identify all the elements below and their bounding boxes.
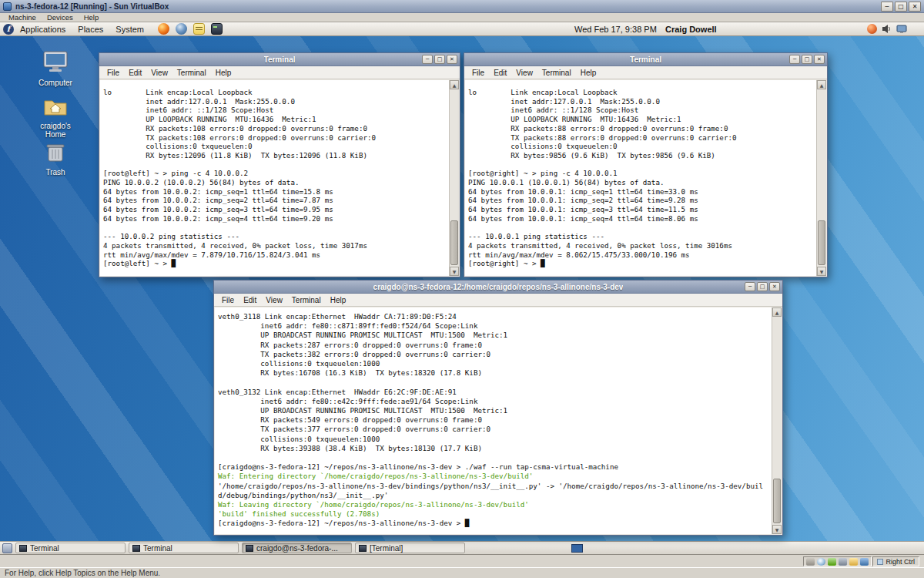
- minimize-button[interactable]: ─: [422, 55, 433, 64]
- terminal-window-left[interactable]: Terminal ─ □ ✕ FileEditViewTerminalHelp …: [99, 52, 460, 277]
- panel-clock[interactable]: Wed Feb 17, 9:38 PM: [574, 25, 657, 34]
- scroll-down-icon[interactable]: ▼: [817, 267, 826, 276]
- terminal-line: inet6 addr: ::1/128 Scope:Host: [103, 106, 449, 115]
- menu-item-view[interactable]: View: [146, 69, 172, 77]
- menu-item-edit[interactable]: Edit: [489, 69, 511, 77]
- menu-item-help[interactable]: Help: [79, 13, 105, 22]
- terminal-line: PING 10.0.0.1 (10.0.0.1) 56(84) bytes of…: [468, 178, 816, 187]
- menu-item-system[interactable]: System: [109, 25, 150, 34]
- scrollbar-thumb[interactable]: [818, 220, 825, 265]
- vbox-minimize-button[interactable]: ─: [881, 2, 893, 12]
- menu-item-help[interactable]: Help: [576, 69, 601, 77]
- close-button[interactable]: ✕: [814, 55, 825, 64]
- panel-tray: [867, 24, 907, 34]
- scroll-down-icon[interactable]: ▼: [450, 267, 459, 276]
- close-button[interactable]: ✕: [447, 55, 457, 64]
- close-button[interactable]: ✕: [769, 282, 780, 291]
- menu-item-file[interactable]: File: [102, 69, 124, 77]
- terminal-line: [craigdo@ns-3-fedora-12] ~/repos/ns-3-al…: [218, 462, 772, 472]
- terminal-icon: [19, 545, 27, 552]
- menu-item-applications[interactable]: Applications: [14, 25, 72, 34]
- scrollbar-thumb[interactable]: [450, 220, 458, 265]
- menu-item-edit[interactable]: Edit: [239, 296, 261, 304]
- terminal-window-bottom[interactable]: craigdo@ns-3-fedora-12:/home/craigdo/rep…: [213, 280, 783, 536]
- workspace-switcher[interactable]: [571, 544, 583, 553]
- terminal-title: craigdo@ns-3-fedora-12:/home/craigdo/rep…: [373, 283, 624, 291]
- taskbar-button-label: [Terminal]: [370, 544, 403, 553]
- panel-user-name[interactable]: Craig Dowell: [665, 25, 717, 34]
- menu-item-view[interactable]: View: [511, 69, 537, 77]
- show-desktop-icon[interactable]: [2, 543, 12, 553]
- status-usb-icon[interactable]: [839, 558, 847, 566]
- menu-item-places[interactable]: Places: [72, 25, 109, 34]
- minimize-button[interactable]: ─: [745, 282, 755, 291]
- terminal-launcher-icon[interactable]: [211, 23, 223, 35]
- firefox-icon[interactable]: [158, 23, 169, 35]
- terminal-scrollbar[interactable]: ▲ ▼: [449, 80, 459, 276]
- status-display-icon[interactable]: [860, 558, 869, 566]
- taskbar-button-label: Terminal: [30, 544, 59, 553]
- status-network-icon[interactable]: [828, 558, 836, 566]
- maximize-button[interactable]: □: [757, 282, 768, 291]
- maximize-button[interactable]: □: [802, 55, 812, 64]
- scroll-up-icon[interactable]: ▲: [772, 307, 782, 317]
- menu-item-view[interactable]: View: [261, 296, 287, 304]
- terminal-line: veth0_3132 Link encap:Ethernet HWaddr E6…: [218, 388, 772, 397]
- taskbar-button[interactable]: [Terminal]: [355, 543, 465, 553]
- terminal-line: [218, 378, 772, 387]
- desktop-icon-home[interactable]: craigdo's Home: [31, 96, 80, 139]
- terminal-screen[interactable]: veth0_3118 Link encap:Ethernet HWaddr CA…: [215, 307, 772, 534]
- vbox-maximize-button[interactable]: □: [895, 2, 907, 12]
- terminal-screen[interactable]: lo Link encap:Local Loopback inet addr:1…: [100, 80, 449, 276]
- scroll-up-icon[interactable]: ▲: [817, 80, 826, 89]
- menu-item-devices[interactable]: Devices: [42, 13, 79, 22]
- terminal-scrollbar[interactable]: ▲ ▼: [772, 307, 782, 534]
- menu-item-terminal[interactable]: Terminal: [537, 69, 576, 77]
- scroll-up-icon[interactable]: ▲: [450, 80, 459, 89]
- vbox-close-button[interactable]: ✕: [909, 2, 921, 12]
- fedora-menu-icon[interactable]: f: [3, 24, 14, 35]
- terminal-line: d/debug/bindings/python/ns3/__init__.py': [218, 491, 772, 500]
- menu-item-edit[interactable]: Edit: [124, 69, 146, 77]
- minimize-button[interactable]: ─: [789, 55, 800, 64]
- menu-item-machine[interactable]: Machine: [3, 13, 42, 22]
- terminal-screen[interactable]: lo Link encap:Local Loopback inet addr:1…: [465, 80, 816, 276]
- update-notifier-icon[interactable]: [867, 24, 877, 34]
- terminal-scrollbar[interactable]: ▲ ▼: [816, 80, 826, 276]
- desktop-icon-computer[interactable]: Computer: [31, 51, 80, 87]
- terminal-titlebar[interactable]: Terminal ─ □ ✕: [464, 53, 827, 66]
- terminal-line: RX bytes:16708 (16.3 KiB) TX bytes:18320…: [218, 368, 772, 378]
- menu-item-terminal[interactable]: Terminal: [287, 296, 326, 304]
- terminal-title: Terminal: [264, 55, 296, 64]
- terminal-line: collisions:0 txqueuelen:1000: [218, 435, 772, 444]
- status-cd-icon[interactable]: [817, 558, 825, 566]
- volume-icon[interactable]: [882, 24, 892, 34]
- display-tray-icon[interactable]: [896, 25, 907, 34]
- menu-item-terminal[interactable]: Terminal: [172, 69, 211, 77]
- host-key-indicator: Right Ctrl: [872, 556, 919, 566]
- terminal-window-right[interactable]: Terminal ─ □ ✕ FileEditViewTerminalHelp …: [464, 52, 828, 277]
- menu-item-file[interactable]: File: [467, 69, 489, 77]
- vbox-titlebar[interactable]: ns-3-fedora-12 [Running] - Sun VirtualBo…: [0, 0, 924, 13]
- scrollbar-thumb[interactable]: [773, 479, 781, 523]
- menu-item-file[interactable]: File: [217, 296, 239, 304]
- status-hdd-icon[interactable]: [806, 558, 815, 566]
- status-shared-folders-icon[interactable]: [849, 558, 858, 566]
- terminal-line: TX packets:377 errors:0 dropped:0 overru…: [218, 425, 772, 434]
- globe-icon[interactable]: [176, 23, 187, 35]
- terminal-titlebar[interactable]: Terminal ─ □ ✕: [99, 53, 460, 66]
- menu-item-help[interactable]: Help: [211, 69, 236, 77]
- menu-item-help[interactable]: Help: [326, 296, 351, 304]
- computer-icon: [42, 51, 69, 74]
- terminal-line: RX packets:108 errors:0 dropped:0 overru…: [103, 124, 449, 133]
- maximize-button[interactable]: □: [434, 55, 445, 64]
- scroll-down-icon[interactable]: ▼: [772, 525, 782, 534]
- terminal-titlebar[interactable]: craigdo@ns-3-fedora-12:/home/craigdo/rep…: [214, 281, 782, 294]
- taskbar-button[interactable]: Terminal: [129, 543, 239, 553]
- terminal-line: RX packets:88 errors:0 dropped:0 overrun…: [468, 124, 816, 133]
- taskbar-button[interactable]: craigdo@ns-3-fedora-...: [242, 543, 352, 553]
- terminal-line: inet6 addr: fe80::e42c:9fff:fede:ae91/64…: [218, 397, 772, 406]
- desktop-icon-trash[interactable]: Trash: [31, 142, 80, 176]
- notes-icon[interactable]: [193, 23, 205, 35]
- taskbar-button[interactable]: Terminal: [15, 543, 126, 553]
